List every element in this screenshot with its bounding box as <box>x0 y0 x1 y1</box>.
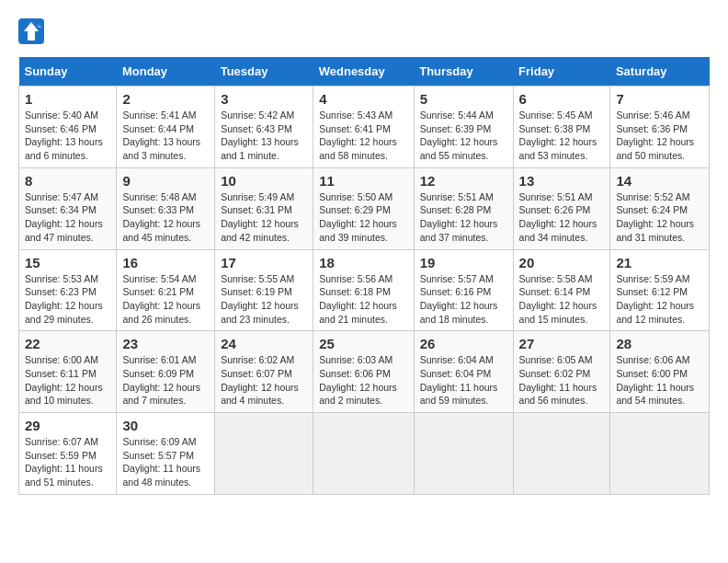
day-number: 5 <box>420 91 507 107</box>
calendar-cell: 22Sunrise: 6:00 AM Sunset: 6:11 PM Dayli… <box>19 331 117 413</box>
calendar-cell: 24Sunrise: 6:02 AM Sunset: 6:07 PM Dayli… <box>215 331 313 413</box>
calendar-week-5: 29Sunrise: 6:07 AM Sunset: 5:59 PM Dayli… <box>19 413 710 495</box>
day-number: 25 <box>319 336 407 351</box>
day-number: 20 <box>519 255 605 270</box>
col-header-tuesday: Tuesday <box>215 57 313 86</box>
day-number: 3 <box>221 91 307 107</box>
calendar-cell: 2Sunrise: 5:41 AM Sunset: 6:44 PM Daylig… <box>117 86 215 168</box>
day-number: 1 <box>25 91 110 107</box>
day-info: Sunrise: 5:56 AM Sunset: 6:18 PM Dayligh… <box>319 272 407 327</box>
calendar-cell: 14Sunrise: 5:52 AM Sunset: 6:24 PM Dayli… <box>610 167 710 249</box>
calendar-table: SundayMondayTuesdayWednesdayThursdayFrid… <box>18 57 710 495</box>
day-info: Sunrise: 5:57 AM Sunset: 6:16 PM Dayligh… <box>420 272 507 327</box>
day-info: Sunrise: 5:42 AM Sunset: 6:43 PM Dayligh… <box>221 109 307 163</box>
day-info: Sunrise: 6:03 AM Sunset: 6:06 PM Dayligh… <box>319 353 407 408</box>
calendar-cell: 30Sunrise: 6:09 AM Sunset: 5:57 PM Dayli… <box>117 413 215 495</box>
day-number: 4 <box>319 91 407 107</box>
day-info: Sunrise: 5:51 AM Sunset: 6:26 PM Dayligh… <box>519 190 605 245</box>
day-number: 27 <box>519 336 605 351</box>
calendar-cell: 12Sunrise: 5:51 AM Sunset: 6:28 PM Dayli… <box>414 167 513 249</box>
day-number: 15 <box>25 255 110 270</box>
calendar-week-4: 22Sunrise: 6:00 AM Sunset: 6:11 PM Dayli… <box>19 331 710 413</box>
col-header-monday: Monday <box>117 57 215 86</box>
day-number: 10 <box>221 173 307 189</box>
calendar-cell: 3Sunrise: 5:42 AM Sunset: 6:43 PM Daylig… <box>215 86 313 168</box>
logo <box>18 18 48 48</box>
day-number: 21 <box>616 255 703 270</box>
calendar-cell <box>414 413 513 495</box>
calendar-cell: 18Sunrise: 5:56 AM Sunset: 6:18 PM Dayli… <box>313 249 414 331</box>
day-number: 30 <box>122 418 209 433</box>
calendar-cell <box>215 413 313 495</box>
day-info: Sunrise: 6:04 AM Sunset: 6:04 PM Dayligh… <box>420 353 507 408</box>
day-info: Sunrise: 6:09 AM Sunset: 5:57 PM Dayligh… <box>122 435 209 489</box>
day-info: Sunrise: 5:45 AM Sunset: 6:38 PM Dayligh… <box>519 109 605 163</box>
day-number: 2 <box>122 91 209 107</box>
day-info: Sunrise: 6:01 AM Sunset: 6:09 PM Dayligh… <box>122 353 209 408</box>
calendar-cell: 15Sunrise: 5:53 AM Sunset: 6:23 PM Dayli… <box>19 249 117 331</box>
calendar-cell: 13Sunrise: 5:51 AM Sunset: 6:26 PM Dayli… <box>513 167 610 249</box>
day-info: Sunrise: 5:52 AM Sunset: 6:24 PM Dayligh… <box>616 190 703 245</box>
logo-icon <box>18 18 44 44</box>
day-info: Sunrise: 5:50 AM Sunset: 6:29 PM Dayligh… <box>319 190 407 245</box>
day-number: 18 <box>319 255 407 270</box>
calendar-cell: 4Sunrise: 5:43 AM Sunset: 6:41 PM Daylig… <box>313 86 414 168</box>
day-number: 22 <box>25 336 110 351</box>
day-number: 14 <box>616 173 703 189</box>
day-info: Sunrise: 5:43 AM Sunset: 6:41 PM Dayligh… <box>319 109 407 163</box>
day-number: 29 <box>25 418 110 433</box>
day-info: Sunrise: 5:58 AM Sunset: 6:14 PM Dayligh… <box>519 272 605 327</box>
day-info: Sunrise: 6:07 AM Sunset: 5:59 PM Dayligh… <box>25 435 110 489</box>
day-number: 26 <box>420 336 507 351</box>
day-number: 16 <box>122 255 209 270</box>
calendar-cell: 17Sunrise: 5:55 AM Sunset: 6:19 PM Dayli… <box>215 249 313 331</box>
day-number: 8 <box>25 173 110 189</box>
day-number: 17 <box>221 255 307 270</box>
day-info: Sunrise: 5:46 AM Sunset: 6:36 PM Dayligh… <box>616 109 703 163</box>
calendar-cell: 28Sunrise: 6:06 AM Sunset: 6:00 PM Dayli… <box>610 331 710 413</box>
day-info: Sunrise: 5:54 AM Sunset: 6:21 PM Dayligh… <box>122 272 209 327</box>
day-number: 13 <box>519 173 605 189</box>
calendar-cell: 11Sunrise: 5:50 AM Sunset: 6:29 PM Dayli… <box>313 167 414 249</box>
day-info: Sunrise: 6:05 AM Sunset: 6:02 PM Dayligh… <box>519 353 605 408</box>
day-info: Sunrise: 5:51 AM Sunset: 6:28 PM Dayligh… <box>420 190 507 245</box>
page-header <box>18 18 710 48</box>
day-number: 7 <box>616 91 703 107</box>
day-number: 19 <box>420 255 507 270</box>
day-info: Sunrise: 6:06 AM Sunset: 6:00 PM Dayligh… <box>616 353 703 408</box>
calendar-cell: 1Sunrise: 5:40 AM Sunset: 6:46 PM Daylig… <box>19 86 117 168</box>
calendar-cell: 10Sunrise: 5:49 AM Sunset: 6:31 PM Dayli… <box>215 167 313 249</box>
header-row: SundayMondayTuesdayWednesdayThursdayFrid… <box>19 57 710 86</box>
day-info: Sunrise: 6:00 AM Sunset: 6:11 PM Dayligh… <box>25 353 110 408</box>
day-info: Sunrise: 5:55 AM Sunset: 6:19 PM Dayligh… <box>221 272 307 327</box>
calendar-cell: 26Sunrise: 6:04 AM Sunset: 6:04 PM Dayli… <box>414 331 513 413</box>
col-header-thursday: Thursday <box>414 57 513 86</box>
calendar-cell: 29Sunrise: 6:07 AM Sunset: 5:59 PM Dayli… <box>19 413 117 495</box>
calendar-cell <box>313 413 414 495</box>
calendar-week-1: 1Sunrise: 5:40 AM Sunset: 6:46 PM Daylig… <box>19 86 710 168</box>
calendar-cell: 16Sunrise: 5:54 AM Sunset: 6:21 PM Dayli… <box>117 249 215 331</box>
col-header-wednesday: Wednesday <box>313 57 414 86</box>
day-info: Sunrise: 6:02 AM Sunset: 6:07 PM Dayligh… <box>221 353 307 408</box>
day-number: 6 <box>519 91 605 107</box>
calendar-cell: 5Sunrise: 5:44 AM Sunset: 6:39 PM Daylig… <box>414 86 513 168</box>
col-header-friday: Friday <box>513 57 610 86</box>
calendar-week-2: 8Sunrise: 5:47 AM Sunset: 6:34 PM Daylig… <box>19 167 710 249</box>
col-header-saturday: Saturday <box>610 57 710 86</box>
day-info: Sunrise: 5:40 AM Sunset: 6:46 PM Dayligh… <box>25 109 110 163</box>
day-info: Sunrise: 5:48 AM Sunset: 6:33 PM Dayligh… <box>122 190 209 245</box>
day-info: Sunrise: 5:53 AM Sunset: 6:23 PM Dayligh… <box>25 272 110 327</box>
calendar-cell: 7Sunrise: 5:46 AM Sunset: 6:36 PM Daylig… <box>610 86 710 168</box>
day-info: Sunrise: 5:41 AM Sunset: 6:44 PM Dayligh… <box>122 109 209 163</box>
calendar-cell: 20Sunrise: 5:58 AM Sunset: 6:14 PM Dayli… <box>513 249 610 331</box>
day-number: 11 <box>319 173 407 189</box>
day-number: 12 <box>420 173 507 189</box>
day-info: Sunrise: 5:44 AM Sunset: 6:39 PM Dayligh… <box>420 109 507 163</box>
calendar-week-3: 15Sunrise: 5:53 AM Sunset: 6:23 PM Dayli… <box>19 249 710 331</box>
calendar-cell: 27Sunrise: 6:05 AM Sunset: 6:02 PM Dayli… <box>513 331 610 413</box>
calendar-cell: 8Sunrise: 5:47 AM Sunset: 6:34 PM Daylig… <box>19 167 117 249</box>
col-header-sunday: Sunday <box>19 57 117 86</box>
calendar-cell: 21Sunrise: 5:59 AM Sunset: 6:12 PM Dayli… <box>610 249 710 331</box>
day-number: 24 <box>221 336 307 351</box>
calendar-cell: 25Sunrise: 6:03 AM Sunset: 6:06 PM Dayli… <box>313 331 414 413</box>
